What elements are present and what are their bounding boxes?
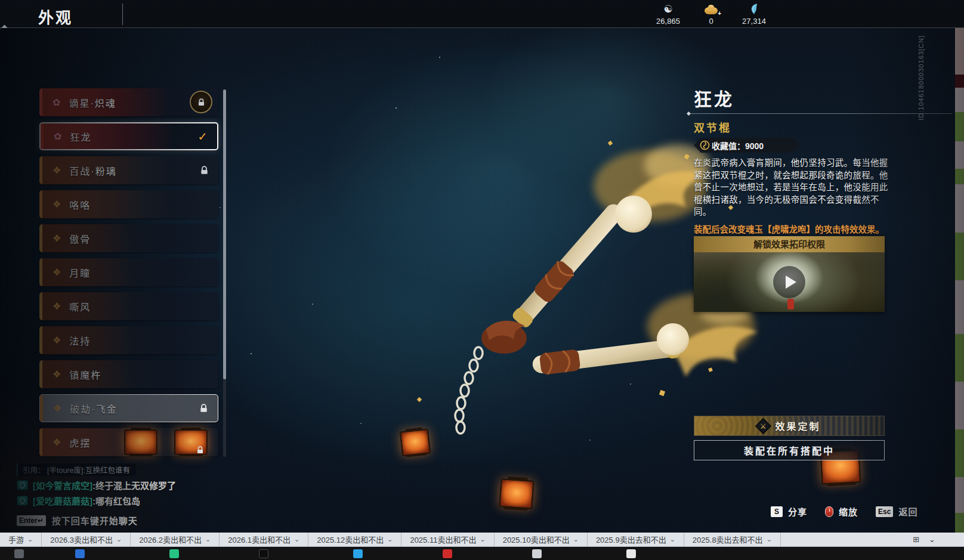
skin-description: 在炎武帝病入膏肓期间，他仍坚持习武。每当他握紧这把双节棍之时，就会想起那段奇诡的… [694,157,894,218]
tab-2025-11[interactable]: 2025.11卖出和不出 ⌄ [401,533,494,547]
effect-customize-button[interactable]: ⚔ 效果定制 [694,416,885,436]
page-title: 外观 [38,5,73,27]
chevron-down-icon: ⌄ [205,536,211,543]
taskbar-app-icon[interactable] [443,549,452,558]
tier-stripe [39,88,42,116]
skin-label: 破劫·飞金 [70,401,117,416]
chat-input-hint[interactable]: Enter↵ 按下回车键开始聊天 [17,514,351,527]
taskbar-app-icon[interactable] [532,549,542,558]
clover-icon: ❖ [53,404,61,413]
skin-label: 狂龙 [70,129,91,144]
skin-item-pojie-feijin[interactable]: ❖ 破劫·飞金 [39,394,218,422]
tier-stripe [39,190,42,218]
particles [0,28,1,29]
back-button[interactable]: 返回 [898,505,917,518]
divider [691,113,952,114]
floating-lantern [399,425,431,460]
chat-channel-icon [17,496,28,506]
flower-icon: ✿ [52,98,60,107]
lantern-variant-thumb-locked [174,425,208,459]
share-button[interactable]: 分享 [788,505,807,518]
skin-item-baizhan-fenli[interactable]: ❖ 百战·粉璃 [39,156,218,184]
clover-icon: ❖ [52,370,61,379]
customize-label: 效果定制 [775,419,820,433]
lock-icon [200,166,209,175]
tab-2025-10[interactable]: 2025.10卖出和不出 ⌄ [495,533,588,547]
share-keycap: S [771,506,783,517]
lantern-variant-thumb [124,425,157,459]
skin-label: 百战·粉璃 [69,163,116,178]
scrollbar-thumb[interactable] [223,89,226,379]
chevron-down-icon: ⌄ [294,536,299,543]
skin-label: 嘶风 [69,299,91,314]
taskbar-app-icon[interactable] [259,549,268,558]
taskbar-app-icon[interactable] [169,549,179,558]
video-thumbnail[interactable] [694,252,885,312]
tier-stripe [39,360,42,388]
chevron-down-icon: ⌄ [27,536,33,543]
chevron-down-icon: ⌄ [387,536,393,543]
skin-item-aogu[interactable]: ❖ 傲骨 [39,224,218,252]
seal-badge [190,91,212,113]
tab-2026-3[interactable]: 2026.3卖出和不出 ⌄ [42,533,131,547]
chevron-down-icon: ⌄ [573,536,579,543]
chevron-down-icon[interactable]: ⌄ [929,535,935,544]
currency-ingot[interactable]: + 0 [694,2,728,26]
skin-label: 法持 [69,333,91,348]
plus-icon: + [718,10,721,17]
skin-item-zhenmochu[interactable]: ❖ 镇魔杵 [39,360,218,388]
clover-icon: ❖ [52,438,61,447]
skin-item-yuetong[interactable]: ❖ 月瞳 [39,258,218,286]
tab-2025-8[interactable]: 2025.8卖出去和不出 ⌄ [684,533,781,547]
tier-stripe [39,326,42,354]
play-button[interactable] [773,266,805,298]
taskbar-app-icon[interactable] [75,549,85,558]
equip-label: 装配在所有搭配中 [744,443,835,457]
browser-tab-bar: 手游 ⌄ 2026.3卖出和不出 ⌄ 2026.2卖出和不出 ⌄ 2026.1卖… [0,533,964,547]
currency-taiji[interactable]: ☯ 26,865 [651,2,685,26]
skin-label: 虎摆 [69,435,91,450]
taiji-icon: ☯ [663,4,672,14]
tab-tools: ⊞ ⌄ [913,535,935,544]
equipped-check-icon: ✓ [197,129,208,144]
skin-item-sifeng[interactable]: ❖ 嘶风 [39,292,218,320]
currency-value: 0 [709,17,713,26]
tier-stripe [40,395,43,422]
effect-preview-video[interactable]: 解锁效果拓印权限 [694,236,885,312]
lock-icon [199,404,208,413]
tab-2026-2[interactable]: 2026.2卖出和不出 ⌄ [131,533,220,547]
skin-item-gege[interactable]: ❖ 咯咯 [39,190,218,218]
skin-item-kuanglong[interactable]: ✿ 狂龙 ✓ [39,122,218,150]
tab-shouyou[interactable]: 手游 ⌄ [0,533,42,547]
currency-value: 26,865 [656,17,680,26]
taskbar-app-icon[interactable] [14,549,24,558]
title-divider [122,4,123,25]
lock-icon [197,98,205,106]
tier-stripe [41,123,44,149]
equip-all-loadouts-button[interactable]: 装配在所有搭配中 [694,440,885,460]
taskbar-app-icon[interactable] [626,549,636,558]
floating-lantern [499,474,534,513]
tab-2025-9[interactable]: 2025.9卖出去和不出 ⌄ [588,533,684,547]
tab-2025-12[interactable]: 2025.12卖出和不出 ⌄ [308,533,401,547]
chat-sender: [如今誓言成空] [33,479,92,491]
zoom-button[interactable]: 缩放 [839,505,858,518]
taskbar-app-icon[interactable] [353,549,363,558]
video-banner: 解锁效果拓印权限 [694,236,885,252]
skin-item-zhexing-chihun[interactable]: ✿ 谪星·炽魂 [39,88,218,116]
currency-wind[interactable]: 27,314 [737,2,771,26]
chat-sender: [爱吃蘑菇蘑菇] [33,494,92,507]
skin-list-scrollbar[interactable] [223,89,226,457]
clover-icon: ❖ [52,268,61,277]
skin-item-fachi[interactable]: ❖ 法持 [39,326,218,354]
grid-view-icon[interactable]: ⊞ [913,535,919,544]
tab-2026-1[interactable]: 2026.1卖出和不出 ⌄ [220,533,308,547]
enter-keycap: Enter↵ [17,515,46,526]
top-bar: 外观 ☯ 26,865 + 0 27,314 [0,0,964,28]
chat-text: :哪有红包岛 [92,494,140,507]
game-screen: 外观 ☯ 26,865 + 0 27,314 [0,0,964,560]
chevron-down-icon: ⌄ [767,536,772,543]
hotkey-bar: S 分享 缩放 Esc 返回 [771,505,917,518]
player-id-watermark: ID:10461800030163[CN] [917,35,925,120]
skin-item-hubai[interactable]: ❖ 虎摆 [39,428,218,456]
